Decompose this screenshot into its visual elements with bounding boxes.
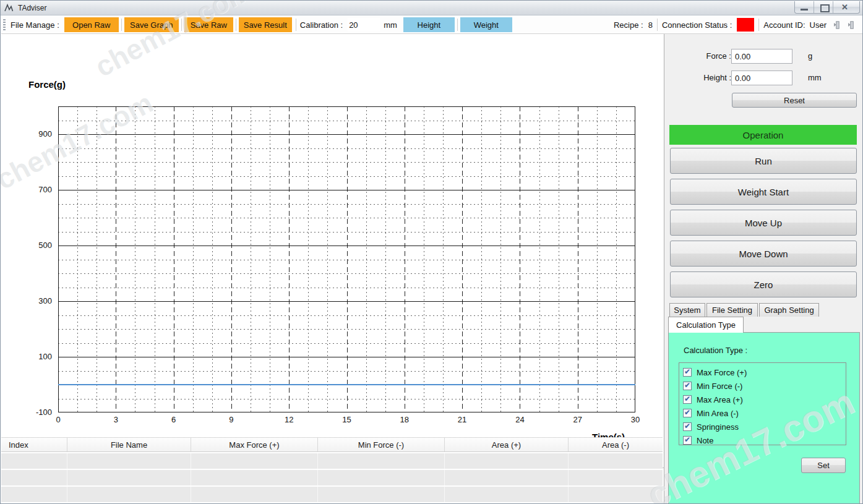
x-tick-label: 3	[105, 415, 126, 424]
column-header-max-force[interactable]: Max Force (+)	[191, 438, 318, 451]
y-tick-label: 900	[25, 129, 52, 139]
column-header-area-minus[interactable]: Area (-)	[569, 438, 663, 451]
operation-header-button[interactable]: Operation	[669, 125, 857, 145]
save-graph-button[interactable]: Save Graph	[124, 17, 179, 32]
title-bar: TAdviser	[1, 1, 862, 15]
login-icon[interactable]	[830, 20, 841, 30]
recipe-value: 8	[648, 20, 653, 30]
force-label: Force :	[681, 51, 731, 61]
y-tick-label: 700	[25, 185, 52, 194]
calibration-unit: mm	[384, 20, 397, 30]
force-field[interactable]	[731, 49, 792, 64]
column-header-area-plus[interactable]: Area (+)	[445, 438, 569, 451]
save-raw-button[interactable]: Save Raw	[184, 17, 233, 32]
logout-icon[interactable]	[844, 20, 855, 30]
x-tick-label: 21	[452, 415, 473, 424]
account-id-label: Account ID:	[763, 20, 805, 30]
chart-area: Force(g) 900700500300100-100 03691215182…	[1, 34, 664, 434]
account-id-value: User	[810, 20, 827, 30]
x-tick-label: 18	[394, 415, 415, 424]
calculation-type-label: Calculation Type :	[684, 346, 747, 355]
window-title: TAdviser	[18, 4, 46, 12]
separator	[657, 19, 658, 31]
height-label: Height :	[681, 73, 731, 82]
table-row[interactable]	[1, 470, 663, 485]
calibration-input[interactable]	[348, 18, 380, 32]
separator	[181, 19, 182, 31]
x-tick-label: 6	[163, 415, 184, 424]
x-tick-label: 30	[625, 415, 646, 424]
separator	[758, 19, 759, 31]
y-axis-ticks: 900700500300100-100	[25, 106, 56, 412]
y-tick-label: 100	[25, 352, 52, 361]
run-button[interactable]: Run	[670, 148, 857, 174]
height-field[interactable]	[731, 70, 792, 85]
checkbox-min-area-minus[interactable]	[683, 409, 692, 417]
save-result-button[interactable]: Save Result	[239, 17, 292, 32]
minimize-button[interactable]	[795, 1, 814, 13]
recipe-label: Recipe :	[614, 20, 643, 30]
column-header-file-name[interactable]: File Name	[67, 438, 191, 451]
tab-file-setting[interactable]: File Setting	[706, 303, 758, 317]
checkbox-label: Springiness	[697, 422, 739, 432]
x-tick-label: 24	[509, 415, 530, 424]
close-button[interactable]	[833, 1, 859, 13]
separator	[121, 19, 122, 31]
separator	[296, 19, 296, 31]
checkbox-min-force-minus[interactable]	[683, 382, 692, 390]
y-tick-label: 300	[25, 296, 52, 305]
toolbar-grip[interactable]	[3, 19, 6, 30]
separator	[236, 19, 236, 31]
force-unit: g	[808, 51, 812, 61]
checkbox-label: Min Area (-)	[697, 409, 739, 418]
tab-graph-setting[interactable]: Graph Setting	[759, 303, 819, 317]
app-logo-icon	[4, 3, 15, 12]
connection-status-label: Connection Status :	[662, 20, 732, 30]
app-window: TAdviser File Manage : Open Raw Save Gra…	[0, 0, 863, 504]
height-unit: mm	[808, 73, 822, 82]
move-down-button[interactable]: Move Down	[670, 241, 857, 267]
checkbox-max-area-plus[interactable]	[683, 395, 692, 404]
reset-button[interactable]: Reset	[732, 93, 857, 108]
x-axis-ticks: 036912151821242730	[58, 415, 635, 425]
open-raw-button[interactable]: Open Raw	[64, 17, 119, 32]
column-header-min-force[interactable]: Min Force (-)	[318, 438, 445, 451]
zero-button[interactable]: Zero	[670, 271, 857, 297]
checkbox-label: Max Area (+)	[697, 395, 743, 404]
checkbox-springiness[interactable]	[683, 422, 692, 431]
weight-start-button[interactable]: Weight Start	[670, 179, 857, 205]
checkbox-label: Min Force (-)	[697, 382, 742, 391]
weight-button[interactable]: Weight	[460, 17, 512, 32]
results-table: Index File Name Max Force (+) Min Force …	[1, 437, 663, 504]
calibration-label: Calibration :	[300, 20, 343, 30]
connection-indicator	[737, 18, 754, 32]
maximize-button[interactable]	[814, 1, 833, 13]
x-tick-label: 27	[567, 415, 588, 424]
tab-calculation-type[interactable]: Calculation Type	[668, 317, 744, 333]
y-tick-label: 500	[25, 241, 52, 250]
control-panel: Force : g Height : mm Reset Operation Ru…	[664, 34, 863, 504]
table-header: Index File Name Max Force (+) Min Force …	[1, 437, 663, 452]
column-header-index[interactable]: Index	[1, 438, 67, 451]
calculation-type-panel: Calculation Type : Max Force (+) Min For…	[668, 332, 860, 504]
height-button[interactable]: Height	[403, 17, 455, 32]
tab-system[interactable]: System	[669, 303, 705, 317]
y-axis-title: Force(g)	[28, 79, 66, 90]
plot-area	[58, 106, 635, 412]
x-tick-label: 9	[221, 415, 242, 424]
table-row[interactable]	[1, 487, 663, 502]
file-manage-label: File Manage :	[11, 20, 59, 30]
x-tick-label: 0	[48, 415, 69, 424]
window-controls	[794, 1, 860, 14]
table-row[interactable]	[1, 453, 663, 469]
separator	[457, 19, 458, 31]
checkbox-max-force-plus[interactable]	[683, 368, 692, 377]
toolbar: File Manage : Open Raw Save Graph Save R…	[1, 16, 862, 34]
checkbox-note[interactable]	[683, 436, 692, 445]
calculation-type-groupbox: Max Force (+) Min Force (-) Max Area (+)…	[679, 362, 846, 445]
checkbox-label: Note	[697, 436, 713, 445]
set-button[interactable]: Set	[801, 458, 846, 473]
checkbox-label: Max Force (+)	[697, 368, 747, 377]
move-up-button[interactable]: Move Up	[670, 210, 857, 236]
x-tick-label: 12	[278, 415, 299, 424]
